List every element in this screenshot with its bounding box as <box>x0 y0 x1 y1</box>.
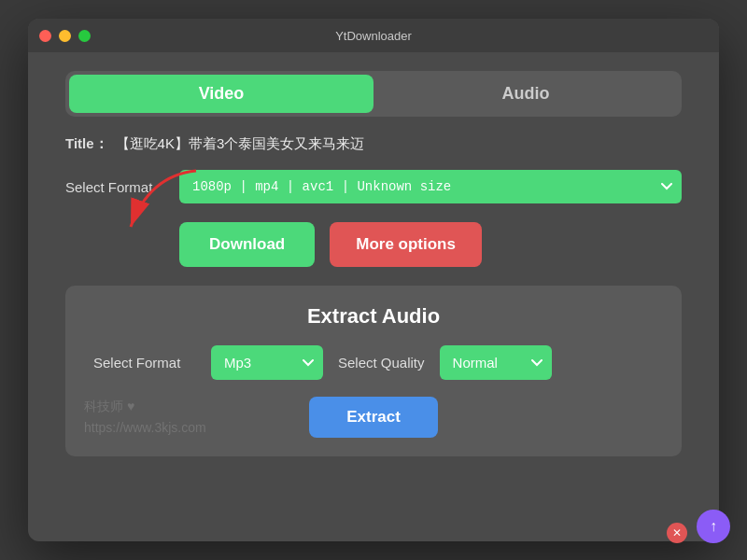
maximize-button[interactable] <box>78 30 91 42</box>
title-value: 【逛吃4K】带着3个泰国美女又来马来迈 <box>116 135 365 153</box>
title-label: Title： <box>65 135 108 153</box>
format-row: Select Format 1080p | mp4 | avc1 | Unkno… <box>65 170 682 203</box>
quality-select[interactable]: Normal <box>440 345 552 380</box>
window-title: YtDownloader <box>335 29 412 43</box>
extract-audio-section: 科技师 ♥ https://www.3kjs.com Extract Audio… <box>65 286 682 456</box>
buttons-row: Download More options <box>65 222 682 267</box>
tab-video[interactable]: Video <box>69 75 374 113</box>
extract-button[interactable]: Extract <box>309 397 438 438</box>
title-bar: YtDownloader <box>28 19 719 52</box>
extract-button-row: Extract <box>93 397 654 438</box>
format-label: Select Format <box>65 179 168 195</box>
extract-format-select[interactable]: Mp3 <box>211 345 323 380</box>
download-button[interactable]: Download <box>179 222 315 267</box>
tab-audio[interactable]: Audio <box>374 75 678 113</box>
bottom-close-icon[interactable]: ✕ <box>667 523 687 541</box>
main-content: Video Audio Title： 【逛吃4K】带着3个泰国美女又来马来迈 S… <box>28 52 719 541</box>
extract-format-row: Select Format Mp3 Select Quality Normal <box>93 345 654 380</box>
more-options-button[interactable]: More options <box>330 222 482 267</box>
app-window: YtDownloader Video Audio Title： 【逛吃4K】带着… <box>28 19 719 541</box>
minimize-button[interactable] <box>59 30 71 42</box>
tab-bar: Video Audio <box>65 71 682 117</box>
scroll-top-button[interactable]: ↑ <box>697 510 719 541</box>
format-select[interactable]: 1080p | mp4 | avc1 | Unknown size <box>179 170 682 203</box>
quality-label: Select Quality <box>338 355 425 371</box>
traffic-lights <box>39 30 91 42</box>
extract-audio-title: Extract Audio <box>93 304 654 329</box>
close-button[interactable] <box>39 30 51 42</box>
extract-format-label: Select Format <box>93 355 196 371</box>
title-row: Title： 【逛吃4K】带着3个泰国美女又来马来迈 <box>65 135 682 153</box>
